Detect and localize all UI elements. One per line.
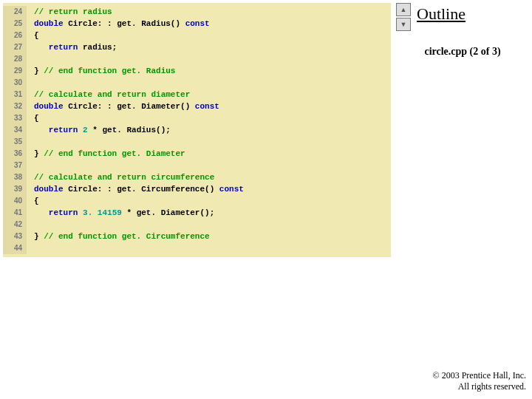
- line-number: 32: [3, 100, 27, 112]
- code-content: [27, 242, 39, 254]
- code-line: 32double Circle: : get. Diameter() const: [3, 100, 391, 112]
- code-content: // calculate and return diameter: [27, 89, 190, 100]
- nav-up-button[interactable]: ▲: [396, 3, 411, 16]
- line-number: 37: [3, 160, 27, 171]
- code-line: 35: [3, 136, 391, 148]
- line-number: 26: [3, 30, 27, 41]
- code-content: {: [27, 30, 39, 41]
- code-line: 26{: [3, 30, 391, 41]
- code-content: double Circle: : get. Diameter() const: [27, 100, 219, 112]
- code-content: [27, 219, 39, 231]
- code-line: 24// return radius: [3, 6, 391, 18]
- code-line: 40{: [3, 195, 391, 207]
- copyright-line-2: All rights reserved.: [433, 381, 526, 393]
- code-line: 34 return 2 * get. Radius();: [3, 124, 391, 136]
- line-number: 40: [3, 195, 27, 207]
- code-line: 27 return radius;: [3, 41, 391, 53]
- code-line: 30: [3, 77, 391, 89]
- copyright-line-1: © 2003 Prentice Hall, Inc.: [433, 370, 526, 382]
- line-number: 29: [3, 65, 27, 77]
- code-listing: 24// return radius25double Circle: : get…: [3, 3, 391, 257]
- copyright: © 2003 Prentice Hall, Inc. All rights re…: [433, 370, 526, 393]
- line-number: 28: [3, 53, 27, 65]
- code-line: 41 return 3. 14159 * get. Diameter();: [3, 207, 391, 219]
- code-line: 42: [3, 219, 391, 231]
- code-content: double Circle: : get. Circumference() co…: [27, 183, 244, 195]
- outline-link[interactable]: Outline: [396, 3, 529, 24]
- line-number: 36: [3, 148, 27, 160]
- file-label: circle.cpp (2 of 3): [396, 33, 529, 58]
- line-number: 24: [3, 6, 27, 18]
- line-number: 35: [3, 136, 27, 148]
- code-content: [27, 53, 39, 65]
- code-content: return radius;: [27, 41, 117, 53]
- nav-down-button[interactable]: ▼: [396, 18, 411, 31]
- code-line: 43} // end function get. Circumference: [3, 231, 391, 242]
- code-line: 29} // end function get. Radius: [3, 65, 391, 77]
- code-line: 31// calculate and return diameter: [3, 89, 391, 100]
- sidebar: ▲ ▼ Outline circle.cpp (2 of 3): [396, 3, 529, 58]
- line-number: 42: [3, 219, 27, 231]
- code-content: {: [27, 112, 39, 124]
- code-content: // calculate and return circumference: [27, 171, 214, 183]
- code-content: return 3. 14159 * get. Diameter();: [27, 207, 214, 219]
- line-number: 25: [3, 18, 27, 30]
- line-number: 31: [3, 89, 27, 100]
- line-number: 34: [3, 124, 27, 136]
- line-number: 41: [3, 207, 27, 219]
- code-line: 33{: [3, 112, 391, 124]
- code-content: double Circle: : get. Radius() const: [27, 18, 210, 30]
- code-content: [27, 77, 39, 89]
- code-content: [27, 160, 39, 171]
- code-content: // return radius: [27, 6, 112, 18]
- code-content: return 2 * get. Radius();: [27, 124, 171, 136]
- line-number: 43: [3, 231, 27, 242]
- nav-buttons: ▲ ▼: [396, 3, 411, 33]
- code-content: [27, 136, 39, 148]
- code-line: 38// calculate and return circumference: [3, 171, 391, 183]
- line-number: 38: [3, 171, 27, 183]
- code-content: } // end function get. Radius: [27, 65, 175, 77]
- line-number: 33: [3, 112, 27, 124]
- code-line: 37: [3, 160, 391, 171]
- code-content: } // end function get. Circumference: [27, 231, 210, 242]
- code-content: {: [27, 195, 39, 207]
- code-line: 28: [3, 53, 391, 65]
- code-content: } // end function get. Diameter: [27, 148, 185, 160]
- line-number: 39: [3, 183, 27, 195]
- code-line: 36} // end function get. Diameter: [3, 148, 391, 160]
- code-line: 44: [3, 242, 391, 254]
- code-line: 25double Circle: : get. Radius() const: [3, 18, 391, 30]
- line-number: 30: [3, 77, 27, 89]
- line-number: 27: [3, 41, 27, 53]
- line-number: 44: [3, 242, 27, 254]
- code-line: 39double Circle: : get. Circumference() …: [3, 183, 391, 195]
